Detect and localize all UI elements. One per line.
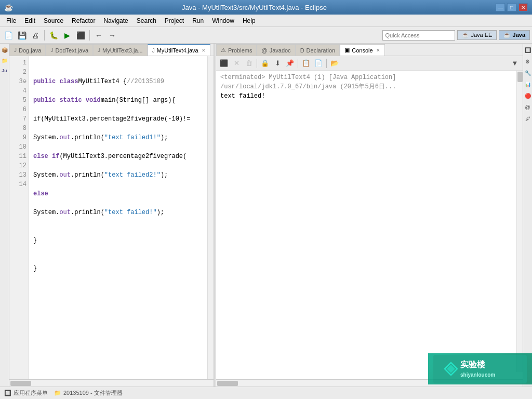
editor-area: J Dog.java J DodText.java J MyUtilText3.…: [9, 44, 214, 387]
console-vscroll-thumb[interactable]: [517, 72, 523, 82]
console-clear-button[interactable]: 🗑: [243, 58, 255, 69]
tab-myutiltext3[interactable]: J MyUtilText3.ja...: [93, 44, 148, 56]
sidebar-icon-2[interactable]: 📁: [1, 56, 9, 64]
menu-window[interactable]: Window: [208, 16, 238, 25]
right-panel-container: ⚠ Problems @ Javadoc D Declaration ▣ Con…: [216, 44, 532, 387]
console-icon: ▣: [344, 47, 350, 54]
save-button[interactable]: 💾: [16, 29, 28, 42]
line-num-12: 12: [9, 161, 26, 170]
svg-text:shiyanloucom: shiyanloucom: [460, 372, 495, 378]
line-num-7: 7: [9, 114, 26, 124]
right-sidebar-icon-1[interactable]: 🔲: [524, 46, 532, 54]
console-pin-button[interactable]: 📌: [284, 58, 296, 69]
run-button[interactable]: ▶: [61, 29, 73, 42]
console-scroll-lock-button[interactable]: 🔒: [259, 58, 271, 69]
status-app-menu[interactable]: 🔲 应用程序菜单: [4, 389, 48, 397]
file-manager-label: 20135109 - 文件管理器: [63, 389, 123, 397]
console-new-button[interactable]: 📄: [313, 58, 324, 69]
console-tabs: ⚠ Problems @ Javadoc D Declaration ▣ Con…: [216, 44, 523, 56]
titlebar: ☕ Java - MyUtilText3/src/MyUtilText4.jav…: [0, 0, 532, 15]
back-button[interactable]: ←: [92, 29, 105, 42]
statusbar: 🔲 应用程序菜单 📁 20135109 - 文件管理器: [0, 387, 532, 399]
line-num-10: 10: [9, 142, 26, 152]
tab-javadoc-label: Javadoc: [270, 47, 291, 54]
close-button[interactable]: ✕: [518, 3, 528, 11]
debug-button[interactable]: 🐛: [47, 29, 60, 42]
console-output-terminated: <terminated> MyUtilText4 (1) [Java Appli…: [220, 73, 515, 91]
console-tab-close-icon[interactable]: ✕: [376, 48, 380, 53]
con-sep-1: [257, 59, 257, 68]
tab-declaration-label: Declaration: [307, 47, 336, 54]
right-sidebar-icon-4[interactable]: 📊: [524, 80, 532, 88]
eclipse-logo: ☕: [4, 3, 13, 11]
console-output-text: text failed!: [220, 91, 515, 101]
watermark: 实验楼 shiyanloucom: [428, 353, 532, 384]
sidebar-icon-ju[interactable]: Ju: [1, 66, 9, 75]
tab-myutiltext4-label: MyUtilText4.java: [157, 47, 198, 54]
tab-problems-label: Problems: [228, 47, 252, 54]
tab-dodtext-java[interactable]: J DodText.java: [46, 44, 93, 56]
line-num-1: 1: [9, 58, 26, 68]
new-button[interactable]: 📄: [2, 29, 15, 42]
console-terminate-button[interactable]: ⬛: [218, 58, 230, 69]
stop-button[interactable]: ⬛: [74, 29, 87, 42]
tab-myutiltext4[interactable]: J MyUtilText4.java ✕: [148, 44, 210, 56]
line-num-2: 2: [9, 68, 26, 77]
console-remove-button[interactable]: ✕: [231, 58, 242, 69]
toolbar-right: ☕ Java EE ☕ Java: [382, 30, 530, 41]
forward-button[interactable]: →: [106, 29, 118, 42]
right-sidebar-icon-7[interactable]: 🖊: [524, 114, 532, 123]
menu-edit[interactable]: Edit: [20, 16, 39, 25]
menu-navigate[interactable]: Navigate: [99, 16, 132, 25]
print-button[interactable]: 🖨: [29, 29, 42, 42]
tab-close-icon[interactable]: ✕: [202, 48, 206, 53]
tab-console[interactable]: ▣ Console ✕: [340, 44, 384, 56]
console-hscroll-thumb[interactable]: [217, 381, 238, 386]
tab-javadoc[interactable]: @ Javadoc: [257, 44, 295, 56]
watermark-logo: 实验楼 shiyanloucom: [433, 355, 527, 383]
sidebar-icon-1[interactable]: 📦: [1, 46, 9, 54]
right-sidebar-icon-3[interactable]: 🔧: [524, 69, 532, 77]
minimize-button[interactable]: —: [496, 3, 505, 11]
line-num-14: 14: [9, 180, 26, 189]
editor-hscroll[interactable]: [9, 379, 214, 387]
console-copy-button[interactable]: 📋: [300, 58, 312, 69]
maximize-button[interactable]: □: [507, 3, 516, 11]
line-num-3: 3⊖: [9, 77, 26, 86]
menu-search[interactable]: Search: [132, 16, 161, 25]
console-menu-button[interactable]: ▼: [509, 58, 521, 69]
java-file-icon-3: J: [98, 47, 100, 53]
quick-access-input[interactable]: [382, 30, 455, 41]
code-line-13: }: [33, 264, 203, 273]
line-num-5: 5: [9, 96, 26, 105]
menu-project[interactable]: Project: [161, 16, 188, 25]
tab-dog-java[interactable]: J Dog.java: [9, 44, 46, 56]
console-open-button[interactable]: 📂: [329, 58, 340, 69]
menu-source[interactable]: Source: [39, 16, 68, 25]
line-numbers: 1 2 3⊖ 4 5 6 7 8 9 10 11 12 13 14: [9, 56, 29, 379]
tab-problems[interactable]: ⚠ Problems: [216, 44, 257, 56]
perspective-java[interactable]: ☕ Java: [499, 30, 530, 40]
console-toolbar: ⬛ ✕ 🗑 🔒 ⬇ 📌 📋 📄 📂 ▼: [216, 56, 523, 71]
con-sep-3: [326, 59, 327, 68]
menu-file[interactable]: File: [2, 16, 20, 25]
code-line-4: if(MyUtilText3.percentage2fivegrade(-10)…: [33, 114, 203, 124]
menu-help[interactable]: Help: [238, 16, 260, 25]
toolbar-sep-2: [89, 30, 90, 41]
right-sidebar-icon-5[interactable]: 🔴: [524, 91, 532, 100]
perspective-java-ee[interactable]: ☕ Java EE: [457, 30, 497, 40]
svg-text:实验楼: 实验楼: [460, 360, 486, 369]
menu-refactor[interactable]: Refactor: [68, 16, 99, 25]
right-sidebar-icon-2[interactable]: ⚙: [524, 57, 532, 65]
console-scroll-end-button[interactable]: ⬇: [272, 58, 283, 69]
menu-run[interactable]: Run: [188, 16, 208, 25]
javadoc-icon: @: [261, 47, 267, 54]
editor-hscroll-thumb[interactable]: [10, 381, 31, 386]
tab-declaration[interactable]: D Declaration: [296, 44, 340, 56]
console-content: <terminated> MyUtilText4 (1) [Java Appli…: [216, 71, 523, 379]
right-sidebar-icon-6[interactable]: @: [524, 103, 532, 111]
console-vscroll[interactable]: [516, 71, 523, 372]
status-file-manager[interactable]: 📁 20135109 - 文件管理器: [54, 389, 123, 397]
code-content[interactable]: public class MyUtilText4 {//20135109 pub…: [29, 56, 207, 379]
editor-vscroll[interactable]: [207, 56, 214, 379]
